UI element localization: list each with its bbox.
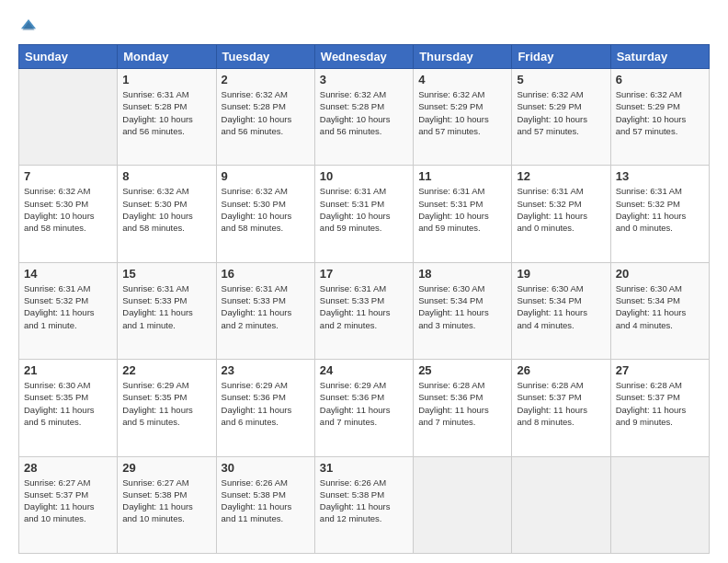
day-info: Sunrise: 6:30 AMSunset: 5:34 PMDaylight:…: [517, 282, 605, 331]
day-number: 9: [222, 169, 310, 183]
day-number: 3: [320, 73, 408, 86]
calendar-cell: 6Sunrise: 6:32 AMSunset: 5:29 PMDaylight…: [610, 69, 709, 166]
day-info: Sunrise: 6:26 AMSunset: 5:38 PMDaylight:…: [320, 477, 408, 525]
day-info: Sunrise: 6:31 AMSunset: 5:31 PMDaylight:…: [418, 185, 506, 234]
weekday-header-row: SundayMondayTuesdayWednesdayThursdayFrid…: [19, 45, 710, 69]
calendar-cell: 30Sunrise: 6:26 AMSunset: 5:38 PMDayligh…: [216, 456, 314, 553]
calendar-cell: 20Sunrise: 6:30 AMSunset: 5:34 PMDayligh…: [610, 262, 709, 359]
calendar-cell: 28Sunrise: 6:27 AMSunset: 5:37 PMDayligh…: [19, 456, 118, 553]
day-info: Sunrise: 6:29 AMSunset: 5:36 PMDaylight:…: [222, 379, 310, 428]
calendar-body: 1Sunrise: 6:31 AMSunset: 5:28 PMDaylight…: [19, 69, 710, 554]
calendar-cell: 17Sunrise: 6:31 AMSunset: 5:33 PMDayligh…: [314, 262, 413, 359]
day-info: Sunrise: 6:28 AMSunset: 5:36 PMDaylight:…: [418, 379, 506, 428]
calendar-week-5: 28Sunrise: 6:27 AMSunset: 5:37 PMDayligh…: [19, 456, 710, 553]
day-info: Sunrise: 6:31 AMSunset: 5:31 PMDaylight:…: [320, 185, 408, 234]
header: [18, 17, 710, 37]
day-number: 21: [24, 363, 112, 377]
calendar-cell: 14Sunrise: 6:31 AMSunset: 5:32 PMDayligh…: [19, 262, 118, 359]
day-number: 17: [320, 267, 408, 281]
day-number: 22: [122, 363, 210, 377]
day-number: 25: [418, 363, 506, 377]
day-info: Sunrise: 6:31 AMSunset: 5:33 PMDaylight:…: [122, 282, 210, 331]
day-number: 28: [24, 461, 112, 475]
day-number: 30: [222, 461, 310, 475]
day-info: Sunrise: 6:32 AMSunset: 5:30 PMDaylight:…: [122, 185, 210, 234]
day-info: Sunrise: 6:32 AMSunset: 5:28 PMDaylight:…: [222, 88, 310, 137]
day-number: 27: [616, 363, 704, 377]
calendar-cell: 9Sunrise: 6:32 AMSunset: 5:30 PMDaylight…: [216, 166, 314, 262]
calendar-cell: 31Sunrise: 6:26 AMSunset: 5:38 PMDayligh…: [314, 456, 413, 553]
calendar-header: SundayMondayTuesdayWednesdayThursdayFrid…: [19, 45, 710, 69]
weekday-header-friday: Friday: [512, 45, 610, 69]
day-number: 1: [122, 73, 210, 86]
calendar-cell: 21Sunrise: 6:30 AMSunset: 5:35 PMDayligh…: [19, 360, 118, 456]
day-info: Sunrise: 6:32 AMSunset: 5:29 PMDaylight:…: [616, 88, 704, 137]
calendar-table: SundayMondayTuesdayWednesdayThursdayFrid…: [18, 44, 710, 554]
calendar-week-2: 7Sunrise: 6:32 AMSunset: 5:30 PMDaylight…: [19, 166, 710, 262]
calendar-cell: 4Sunrise: 6:32 AMSunset: 5:29 PMDaylight…: [414, 69, 512, 166]
calendar-cell: 16Sunrise: 6:31 AMSunset: 5:33 PMDayligh…: [216, 262, 314, 359]
day-info: Sunrise: 6:27 AMSunset: 5:37 PMDaylight:…: [24, 477, 112, 525]
logo: [18, 17, 42, 37]
calendar-cell: 29Sunrise: 6:27 AMSunset: 5:38 PMDayligh…: [118, 456, 216, 553]
calendar-cell: 26Sunrise: 6:28 AMSunset: 5:37 PMDayligh…: [512, 360, 610, 456]
day-info: Sunrise: 6:31 AMSunset: 5:33 PMDaylight:…: [320, 282, 408, 331]
weekday-header-wednesday: Wednesday: [314, 45, 413, 69]
day-info: Sunrise: 6:31 AMSunset: 5:32 PMDaylight:…: [24, 282, 112, 331]
logo-icon: [18, 17, 39, 37]
calendar-cell: 3Sunrise: 6:32 AMSunset: 5:28 PMDaylight…: [314, 69, 413, 166]
day-number: 6: [616, 73, 704, 86]
weekday-header-thursday: Thursday: [414, 45, 512, 69]
calendar-week-3: 14Sunrise: 6:31 AMSunset: 5:32 PMDayligh…: [19, 262, 710, 359]
day-number: 24: [320, 363, 408, 377]
calendar-cell: [512, 456, 610, 553]
weekday-header-monday: Monday: [118, 45, 216, 69]
day-number: 15: [122, 267, 210, 281]
day-info: Sunrise: 6:32 AMSunset: 5:28 PMDaylight:…: [320, 88, 408, 137]
day-number: 13: [616, 169, 704, 183]
day-number: 29: [122, 461, 210, 475]
day-info: Sunrise: 6:28 AMSunset: 5:37 PMDaylight:…: [616, 379, 704, 428]
calendar-cell: 2Sunrise: 6:32 AMSunset: 5:28 PMDaylight…: [216, 69, 314, 166]
calendar-cell: 10Sunrise: 6:31 AMSunset: 5:31 PMDayligh…: [314, 166, 413, 262]
day-number: 12: [517, 169, 605, 183]
day-number: 4: [418, 73, 506, 86]
calendar-week-4: 21Sunrise: 6:30 AMSunset: 5:35 PMDayligh…: [19, 360, 710, 456]
calendar-cell: [19, 69, 118, 166]
calendar-cell: 5Sunrise: 6:32 AMSunset: 5:29 PMDaylight…: [512, 69, 610, 166]
day-number: 19: [517, 267, 605, 281]
weekday-header-saturday: Saturday: [610, 45, 709, 69]
page: SundayMondayTuesdayWednesdayThursdayFrid…: [0, 0, 728, 563]
day-info: Sunrise: 6:30 AMSunset: 5:34 PMDaylight:…: [616, 282, 704, 331]
day-number: 26: [517, 363, 605, 377]
calendar-cell: 7Sunrise: 6:32 AMSunset: 5:30 PMDaylight…: [19, 166, 118, 262]
day-number: 8: [122, 169, 210, 183]
day-number: 23: [222, 363, 310, 377]
calendar-cell: [610, 456, 709, 553]
calendar-cell: 15Sunrise: 6:31 AMSunset: 5:33 PMDayligh…: [118, 262, 216, 359]
calendar-cell: 24Sunrise: 6:29 AMSunset: 5:36 PMDayligh…: [314, 360, 413, 456]
day-info: Sunrise: 6:31 AMSunset: 5:28 PMDaylight:…: [122, 88, 210, 137]
day-number: 7: [24, 169, 112, 183]
day-info: Sunrise: 6:29 AMSunset: 5:35 PMDaylight:…: [122, 379, 210, 428]
day-number: 10: [320, 169, 408, 183]
day-info: Sunrise: 6:32 AMSunset: 5:29 PMDaylight:…: [517, 88, 605, 137]
day-info: Sunrise: 6:31 AMSunset: 5:32 PMDaylight:…: [616, 185, 704, 234]
day-number: 14: [24, 267, 112, 281]
day-number: 11: [418, 169, 506, 183]
weekday-header-sunday: Sunday: [19, 45, 118, 69]
calendar-cell: 13Sunrise: 6:31 AMSunset: 5:32 PMDayligh…: [610, 166, 709, 262]
day-info: Sunrise: 6:28 AMSunset: 5:37 PMDaylight:…: [517, 379, 605, 428]
day-number: 20: [616, 267, 704, 281]
calendar-cell: 23Sunrise: 6:29 AMSunset: 5:36 PMDayligh…: [216, 360, 314, 456]
day-info: Sunrise: 6:26 AMSunset: 5:38 PMDaylight:…: [222, 477, 310, 525]
calendar-week-1: 1Sunrise: 6:31 AMSunset: 5:28 PMDaylight…: [19, 69, 710, 166]
calendar-cell: 11Sunrise: 6:31 AMSunset: 5:31 PMDayligh…: [414, 166, 512, 262]
day-info: Sunrise: 6:32 AMSunset: 5:29 PMDaylight:…: [418, 88, 506, 137]
calendar-cell: [414, 456, 512, 553]
day-number: 16: [222, 267, 310, 281]
day-info: Sunrise: 6:31 AMSunset: 5:33 PMDaylight:…: [222, 282, 310, 331]
day-info: Sunrise: 6:30 AMSunset: 5:34 PMDaylight:…: [418, 282, 506, 331]
day-info: Sunrise: 6:30 AMSunset: 5:35 PMDaylight:…: [24, 379, 112, 428]
day-number: 5: [517, 73, 605, 86]
